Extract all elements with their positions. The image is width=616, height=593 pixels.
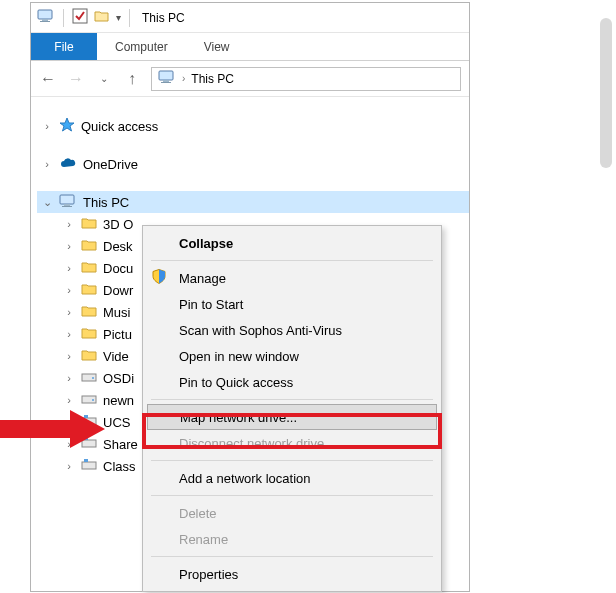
quick-access-toolbar: ▾ This PC xyxy=(31,3,469,33)
cloud-icon xyxy=(59,157,77,172)
svg-rect-1 xyxy=(42,19,48,21)
svg-rect-0 xyxy=(38,10,52,19)
ctx-collapse[interactable]: Collapse xyxy=(143,230,441,256)
folder-icon xyxy=(81,283,97,298)
ctx-properties[interactable]: Properties xyxy=(143,561,441,587)
nav-forward-button[interactable]: → xyxy=(67,71,85,87)
tree-label: Quick access xyxy=(81,119,158,134)
ctx-scan-sophos[interactable]: Scan with Sophos Anti-Virus xyxy=(143,317,441,343)
tab-computer[interactable]: Computer xyxy=(97,33,186,60)
this-pc-icon xyxy=(59,194,77,211)
tree-label: Desk xyxy=(103,239,133,254)
tree-quick-access[interactable]: › Quick access xyxy=(37,115,469,137)
ctx-manage[interactable]: Manage xyxy=(143,265,441,291)
tree-this-pc[interactable]: ⌄ This PC xyxy=(37,191,469,213)
chevron-right-icon[interactable]: › xyxy=(63,372,75,384)
context-menu: Collapse Manage Pin to Start Scan with S… xyxy=(142,225,442,592)
folder-icon xyxy=(81,349,97,364)
svg-rect-4 xyxy=(159,71,173,80)
page-scrollbar[interactable] xyxy=(600,18,612,168)
chevron-down-icon[interactable]: ⌄ xyxy=(41,196,53,209)
tree-label: Class xyxy=(103,459,136,474)
nav-back-button[interactable]: ← xyxy=(39,71,57,87)
tree-onedrive[interactable]: › OneDrive xyxy=(37,153,469,175)
ctx-pin-quick-access[interactable]: Pin to Quick access xyxy=(143,369,441,395)
drive-icon xyxy=(81,393,97,408)
ctx-rename[interactable]: Rename xyxy=(143,526,441,552)
menu-separator xyxy=(151,556,433,557)
qat-customize-dropdown[interactable]: ▾ xyxy=(116,12,121,23)
chevron-right-icon[interactable]: › xyxy=(41,158,53,170)
ctx-pin-to-start[interactable]: Pin to Start xyxy=(143,291,441,317)
svg-rect-2 xyxy=(40,21,50,22)
svg-rect-18 xyxy=(82,462,96,469)
svg-rect-14 xyxy=(82,418,96,425)
chevron-right-icon[interactable]: › xyxy=(63,218,75,230)
tree-label: This PC xyxy=(83,195,129,210)
nav-row: ← → ⌄ ↑ › This PC xyxy=(31,61,469,97)
tab-file[interactable]: File xyxy=(31,33,97,60)
tree-label: Musi xyxy=(103,305,130,320)
menu-separator xyxy=(151,260,433,261)
ctx-add-network-location[interactable]: Add a network location xyxy=(143,465,441,491)
this-pc-icon xyxy=(37,9,55,26)
chevron-right-icon[interactable]: › xyxy=(63,306,75,318)
window-title: This PC xyxy=(142,11,185,25)
chevron-right-icon[interactable]: › xyxy=(63,240,75,252)
svg-rect-10 xyxy=(82,374,96,381)
tree-label: Pictu xyxy=(103,327,132,342)
drive-icon xyxy=(81,371,97,386)
new-folder-icon[interactable] xyxy=(94,9,110,26)
svg-rect-16 xyxy=(82,440,96,447)
star-icon xyxy=(59,117,75,136)
address-bar[interactable]: › This PC xyxy=(151,67,461,91)
svg-rect-19 xyxy=(84,459,88,462)
folder-icon xyxy=(81,261,97,276)
tree-label: Vide xyxy=(103,349,129,364)
this-pc-icon xyxy=(158,70,176,87)
folder-icon xyxy=(81,217,97,232)
tree-label: 3D O xyxy=(103,217,133,232)
nav-up-button[interactable]: ↑ xyxy=(123,71,141,87)
folder-icon xyxy=(81,239,97,254)
chevron-right-icon[interactable]: › xyxy=(63,284,75,296)
chevron-right-icon[interactable]: › xyxy=(63,328,75,340)
folder-icon xyxy=(81,305,97,320)
menu-separator xyxy=(151,495,433,496)
svg-rect-17 xyxy=(84,437,88,440)
chevron-right-icon[interactable]: › xyxy=(63,438,75,450)
chevron-right-icon[interactable]: › xyxy=(63,394,75,406)
chevron-right-icon[interactable]: › xyxy=(41,120,53,132)
network-drive-icon xyxy=(81,437,97,452)
qat-separator xyxy=(129,9,130,27)
chevron-right-icon[interactable]: › xyxy=(63,262,75,274)
ctx-disconnect-network-drive[interactable]: Disconnect network drive... xyxy=(143,430,441,456)
tree-label: Docu xyxy=(103,261,133,276)
chevron-right-icon[interactable]: › xyxy=(63,416,75,428)
svg-rect-12 xyxy=(82,396,96,403)
chevron-right-icon[interactable]: › xyxy=(63,460,75,472)
ctx-open-new-window[interactable]: Open in new window xyxy=(143,343,441,369)
tab-view[interactable]: View xyxy=(186,33,248,60)
ribbon-tabs: File Computer View xyxy=(31,33,469,61)
breadcrumb-this-pc[interactable]: This PC xyxy=(191,72,234,86)
svg-point-13 xyxy=(92,399,94,401)
chevron-right-icon[interactable]: › xyxy=(63,350,75,362)
folder-icon xyxy=(81,327,97,342)
tree-label: Dowr xyxy=(103,283,133,298)
ctx-label: Manage xyxy=(179,271,226,286)
tree-label: Share xyxy=(103,437,138,452)
tree-label: UCS xyxy=(103,415,130,430)
properties-checkbox-icon[interactable] xyxy=(72,8,88,27)
tree-label: OSDi xyxy=(103,371,134,386)
svg-rect-8 xyxy=(64,204,70,206)
ctx-map-network-drive[interactable]: Map network drive... xyxy=(147,404,437,430)
ctx-delete[interactable]: Delete xyxy=(143,500,441,526)
menu-separator xyxy=(151,460,433,461)
chevron-right-icon: › xyxy=(182,73,185,84)
network-drive-icon xyxy=(81,459,97,474)
tree-label: newn xyxy=(103,393,134,408)
shield-icon xyxy=(151,269,167,288)
tree-label: OneDrive xyxy=(83,157,138,172)
nav-recent-dropdown[interactable]: ⌄ xyxy=(95,74,113,84)
